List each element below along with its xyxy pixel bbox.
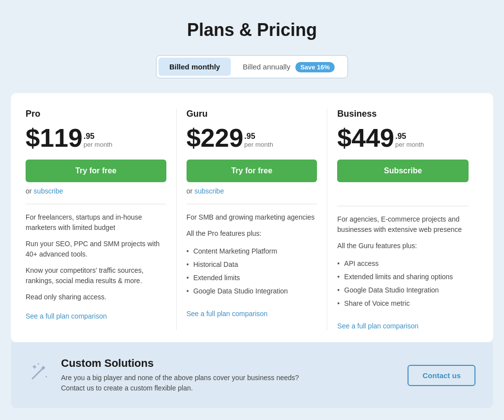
business-price-period: per month [395,141,424,149]
plan-guru: Guru $229 .95 per month Try for free or … [177,109,328,330]
business-feature-1: API access [337,257,469,270]
custom-text-block: Custom Solutions Are you a big player an… [61,357,408,393]
guru-price-main: $229 [187,125,244,151]
guru-price-details: .95 per month [244,131,273,151]
pro-desc-3: Know your competitors' traffic sources, … [26,265,166,286]
save-badge: Save 16% [295,62,335,72]
svg-point-4 [38,363,39,365]
plan-pro: Pro $119 .95 per month Try for free or s… [26,109,177,330]
business-price-main: $449 [337,125,394,151]
guru-desc-1: For SMB and growing marketing agencies [187,212,317,223]
pro-desc-1: For freelancers, startups and in-house m… [26,212,166,233]
pro-try-free-button[interactable]: Try for free [26,160,166,182]
pro-price-period: per month [84,141,113,149]
pro-plan-name: Pro [26,109,166,119]
business-feature-4: Share of Voice metric [337,297,469,310]
guru-feature-2: Historical Data [187,258,317,271]
guru-desc-2: All the Pro features plus: [187,228,317,239]
custom-solutions-desc: Are you a big player and none of the abo… [61,373,317,393]
business-price-row: $449 .95 per month [337,125,469,151]
business-feature-list: API access Extended limits and sharing o… [337,257,469,310]
pro-price-main: $119 [26,125,83,151]
guru-divider [187,204,317,204]
guru-plan-name: Guru [187,109,317,119]
billing-annually-label: Billed annually [243,63,290,71]
plans-container: Pro $119 .95 per month Try for free or s… [11,93,493,342]
pro-desc-4: Read only sharing access. [26,292,166,302]
contact-us-button[interactable]: Contact us [408,365,475,386]
custom-left: Custom Solutions Are you a big player an… [29,357,408,393]
guru-price-row: $229 .95 per month [187,125,317,151]
business-subscribe-button[interactable]: Subscribe [337,160,469,182]
pro-price-row: $119 .95 per month [26,125,166,151]
guru-feature-4: Google Data Studio Integration [187,285,317,298]
custom-solutions-title: Custom Solutions [61,357,408,370]
pro-desc-2: Run your SEO, PPC and SMM projects with … [26,239,166,259]
business-divider [337,206,469,206]
business-desc-2: All the Guru features plus: [337,241,469,251]
guru-feature-list: Content Marketing Platform Historical Da… [187,245,317,298]
plan-business: Business $449 .95 per month Subscribe Fo… [327,109,478,330]
guru-try-free-button[interactable]: Try for free [187,160,317,182]
pro-divider [26,204,166,204]
guru-feature-1: Content Marketing Platform [187,245,317,258]
guru-subscribe-link[interactable]: subscribe [194,187,224,195]
billing-annually-button[interactable]: Billed annually Save 16% [232,58,346,76]
guru-comparison-link[interactable]: See a full plan comparison [187,310,268,318]
pro-subscribe-link[interactable]: subscribe [33,187,63,195]
business-plan-name: Business [337,109,469,119]
business-price-details: .95 per month [395,131,424,151]
svg-point-3 [46,376,47,378]
business-comparison-link[interactable]: See a full plan comparison [337,322,418,330]
guru-price-period: per month [244,141,273,149]
pro-price-details: .95 per month [84,131,113,151]
pro-price-cents: .95 [84,131,113,141]
billing-toggle: Billed monthly Billed annually Save 16% [156,55,348,78]
business-desc-1: For agencies, E-commerce projects and bu… [337,214,469,235]
guru-feature-3: Extended limits [187,271,317,285]
billing-monthly-button[interactable]: Billed monthly [158,58,231,76]
business-price-cents: .95 [395,131,424,141]
business-feature-3: Google Data Studio Integration [337,284,469,297]
svg-line-0 [32,369,42,379]
guru-price-cents: .95 [244,131,273,141]
wand-star-icon [29,359,52,387]
page-title: Plans & Pricing [187,20,317,40]
pro-subscribe-text: or subscribe [26,187,166,195]
business-feature-2: Extended limits and sharing options [337,270,469,284]
custom-solutions-section: Custom Solutions Are you a big player an… [11,342,493,408]
pro-comparison-link[interactable]: See a full plan comparison [26,312,107,320]
guru-subscribe-text: or subscribe [187,187,317,195]
